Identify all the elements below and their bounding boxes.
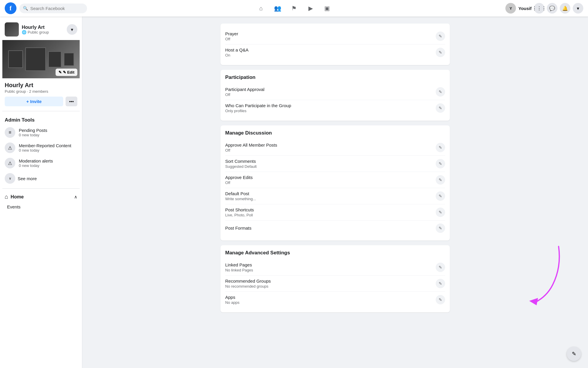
moderation-alerts-icon: ⚠ — [5, 158, 15, 168]
topnav-right: Y Yousif ⋮⋮⋮ 💬 🔔 ▾ — [501, 3, 583, 14]
home-nav-section[interactable]: ⌂ Home ∧ — [2, 191, 80, 203]
pending-posts-icon: ≡ — [5, 127, 15, 138]
chevron-down-icon: ∨ — [5, 173, 15, 184]
moderation-alerts-label: Moderation alerts — [19, 158, 77, 163]
flag-nav-button[interactable]: ⚑ — [287, 1, 301, 15]
top-features-card: Prayer Off ✎ Host a Q&A On ✎ — [220, 24, 450, 65]
admin-tools-title: Admin Tools — [2, 114, 80, 125]
pending-posts-sub: 0 new today — [19, 133, 77, 137]
sidebar-item-moderation-alerts[interactable]: ⚠ Moderation alerts 0 new today — [2, 155, 80, 171]
cover-frame-3 — [48, 51, 61, 67]
top-navigation: f 🔍 ⌂ 👥 ⚑ ▶ ▣ Y Yousif ⋮⋮⋮ 💬 🔔 ▾ — [0, 0, 588, 16]
approve-edits-label: Approve Edits — [225, 175, 436, 180]
reported-content-label: Member-Reported Content — [19, 143, 77, 148]
cover-frame-2 — [25, 47, 46, 71]
apps-edit-button[interactable]: ✎ — [436, 295, 445, 304]
left-sidebar: Hourly Art 🌐 Public group ▾ ✎ ✎ Edit — [0, 16, 82, 368]
grid-menu-button[interactable]: ⋮⋮⋮ — [534, 3, 544, 14]
store-nav-button[interactable]: ▣ — [320, 1, 334, 15]
pencil-icon: ✎ — [59, 70, 62, 74]
approve-all-posts-value: Off — [225, 148, 436, 152]
group-meta: Public group · 2 members — [5, 89, 77, 94]
post-formats-edit-button[interactable]: ✎ — [436, 223, 445, 233]
pending-posts-label: Pending Posts — [19, 128, 77, 133]
search-bar[interactable]: 🔍 — [19, 4, 87, 13]
participant-approval-row: Participant Approval Off ✎ — [225, 84, 445, 100]
linked-pages-label: Linked Pages — [225, 262, 436, 267]
recommended-groups-row: Recommended Groups No recommended groups… — [225, 276, 445, 292]
host-qa-edit-button[interactable]: ✎ — [436, 48, 445, 57]
group-info-section: Hourly Art Public group · 2 members + In… — [2, 78, 80, 109]
manage-advanced-title: Manage Advanced Settings — [225, 250, 445, 256]
who-can-participate-edit-button[interactable]: ✎ — [436, 103, 445, 113]
group-actions: + Invite ••• — [5, 97, 77, 106]
manage-discussion-card: Manage Discussion Approve All Member Pos… — [220, 125, 450, 241]
home-nav-button[interactable]: ⌂ — [254, 1, 268, 15]
invite-button[interactable]: + Invite — [5, 97, 63, 106]
sidebar-divider-2 — [2, 188, 80, 189]
who-can-participate-row: Who Can Participate in the Group Only pr… — [225, 100, 445, 116]
topnav-left: f 🔍 — [5, 2, 87, 14]
approve-edits-value: Off — [225, 180, 436, 185]
topnav-center: ⌂ 👥 ⚑ ▶ ▣ — [87, 1, 501, 15]
prayer-value: Off — [225, 37, 436, 41]
moderation-alerts-sub: 0 new today — [19, 163, 77, 168]
messenger-button[interactable]: 💬 — [547, 3, 557, 14]
sidebar-item-pending-posts[interactable]: ≡ Pending Posts 0 new today — [2, 125, 80, 140]
host-qa-value: On — [225, 53, 436, 57]
recommended-groups-value: No recommended groups — [225, 284, 436, 289]
approve-all-posts-edit-button[interactable]: ✎ — [436, 143, 445, 152]
post-shortcuts-label: Post Shortcuts — [225, 207, 436, 212]
manage-discussion-title: Manage Discussion — [225, 130, 445, 136]
approve-edits-row: Approve Edits Off ✎ — [225, 172, 445, 188]
group-header-dropdown[interactable]: ▾ — [67, 24, 77, 35]
post-shortcuts-edit-button[interactable]: ✎ — [436, 208, 445, 217]
post-formats-row: Post Formats ✎ — [225, 221, 445, 236]
recommended-groups-label: Recommended Groups — [225, 279, 436, 284]
participant-approval-edit-button[interactable]: ✎ — [436, 87, 445, 97]
sort-comments-label: Sort Comments — [225, 159, 436, 164]
apps-value: No apps — [225, 300, 436, 305]
apps-label: Apps — [225, 295, 436, 300]
recommended-groups-edit-button[interactable]: ✎ — [436, 279, 445, 288]
see-more-label: See more — [18, 176, 37, 181]
post-shortcuts-value: Live, Photo, Poll — [225, 213, 436, 217]
video-nav-button[interactable]: ▶ — [303, 1, 318, 15]
participation-title: Participation — [225, 74, 445, 80]
sidebar-divider-1 — [2, 111, 80, 111]
cover-frame-4 — [64, 53, 74, 66]
sort-comments-edit-button[interactable]: ✎ — [436, 159, 445, 168]
prayer-label: Prayer — [225, 31, 436, 36]
avatar: Y — [505, 3, 516, 14]
host-qa-row: Host a Q&A On ✎ — [225, 44, 445, 60]
prayer-edit-button[interactable]: ✎ — [436, 32, 445, 41]
group-name-sidebar: Hourly Art — [22, 25, 49, 30]
home-label: Home — [11, 194, 24, 200]
participation-card: Participation Participant Approval Off ✎… — [220, 70, 450, 121]
approve-edits-edit-button[interactable]: ✎ — [436, 175, 445, 185]
linked-pages-row: Linked Pages No linked Pages ✎ — [225, 259, 445, 276]
see-more-button[interactable]: ∨ See more — [2, 171, 80, 186]
approve-all-posts-label: Approve All Member Posts — [225, 142, 436, 147]
search-icon: 🔍 — [23, 6, 28, 11]
compose-button[interactable]: ✎ — [567, 347, 581, 361]
edit-cover-button[interactable]: ✎ ✎ Edit — [56, 69, 77, 76]
reported-content-sub: 0 new today — [19, 148, 77, 152]
dropdown-button[interactable]: ▾ — [573, 3, 583, 14]
manage-advanced-card: Manage Advanced Settings Linked Pages No… — [220, 245, 450, 312]
linked-pages-edit-button[interactable]: ✎ — [436, 263, 445, 272]
people-nav-button[interactable]: 👥 — [270, 1, 285, 15]
host-qa-label: Host a Q&A — [225, 47, 436, 52]
main-layout: Hourly Art 🌐 Public group ▾ ✎ ✎ Edit — [0, 16, 588, 368]
default-post-edit-button[interactable]: ✎ — [436, 191, 445, 201]
notifications-button[interactable]: 🔔 — [560, 3, 570, 14]
more-button[interactable]: ••• — [66, 97, 77, 106]
apps-row: Apps No apps ✎ — [225, 292, 445, 308]
facebook-logo[interactable]: f — [5, 2, 16, 14]
who-can-participate-label: Who Can Participate in the Group — [225, 103, 436, 108]
cover-frame-1 — [8, 50, 23, 68]
main-content: Prayer Off ✎ Host a Q&A On ✎ Participati… — [82, 16, 588, 368]
sidebar-item-reported-content[interactable]: ⚠ Member-Reported Content 0 new today — [2, 140, 80, 155]
search-input[interactable] — [30, 6, 83, 11]
events-nav-item[interactable]: Events — [2, 203, 80, 211]
